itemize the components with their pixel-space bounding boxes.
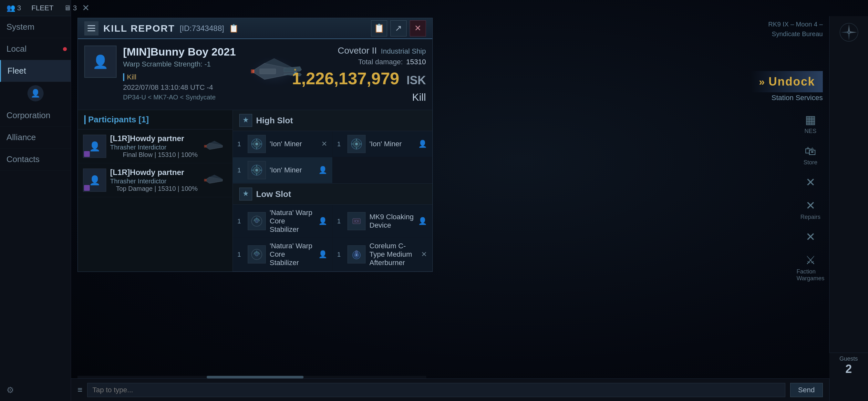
slot-item-low-1[interactable]: 1 'Natura' Warp Core Stabilizer 👤 — [233, 205, 333, 238]
slot-item-high-1[interactable]: 1 'Ion' Miner — [233, 131, 333, 157]
faction-icon: ⚔ — [805, 253, 816, 267]
slot-name-low-1: 'Natura' Warp Core Stabilizer — [270, 209, 314, 234]
high-slot-title: High Slot — [256, 116, 293, 126]
participants-list: Participants [1] 👤 [L1R]Howdy partner Th… — [78, 110, 233, 272]
slot-qty-high-1: 1 — [237, 141, 244, 148]
event-type: Kill — [127, 73, 136, 81]
participant-name-2: [L1R]Howdy partner — [110, 168, 197, 177]
hamburger-menu[interactable] — [84, 21, 98, 35]
report-clipboard-btn[interactable]: 📋 — [371, 20, 387, 36]
chat-menu-icon[interactable]: ≡ — [78, 385, 82, 395]
monitor-count: 3 — [73, 4, 77, 12]
slot-person-icon[interactable]: 👤 — [417, 139, 428, 149]
slot-item-low-2[interactable]: 1 MK9 Cloaking Device 👤 — [333, 205, 432, 238]
slot-name-low-4: Corelum C-Type Medium Afterburner — [369, 242, 416, 267]
sidebar-tab-monitor[interactable]: 🖥 3 — [61, 3, 80, 13]
slot-item-high-3[interactable]: 1 'Ion' Miner — [233, 157, 333, 183]
chat-send-button[interactable]: Send — [790, 383, 823, 397]
sidebar-tab-people[interactable]: 👥 3 — [4, 3, 24, 13]
sidebar-item-local[interactable]: Local — [0, 38, 71, 60]
right-panel-nes[interactable]: ▦ NES — [797, 113, 825, 135]
right-panel-repairs[interactable]: ✕ Repairs — [797, 199, 825, 220]
slot-remove-icon[interactable]: ✕ — [321, 139, 328, 149]
isk-value: 1,226,137,979 ISK — [292, 69, 426, 88]
sidebar-item-corporation[interactable]: Corporation — [0, 104, 71, 127]
slot-item-high-empty — [333, 157, 432, 183]
slot-img-high-2 — [347, 135, 366, 153]
report-close-btn[interactable]: ✕ — [410, 20, 426, 36]
participants-header: Participants [1] — [78, 110, 232, 129]
slot-item-low-3[interactable]: 1 'Natura' Warp Core Stabilizer 👤 — [233, 238, 333, 271]
svg-point-43 — [848, 31, 850, 34]
participant-badge-2 — [84, 185, 90, 191]
slot-person-icon-2[interactable]: 👤 — [318, 165, 328, 175]
close-icon-2: ✕ — [806, 230, 815, 244]
repairs-icon: ✕ — [806, 199, 815, 212]
slot-item-high-2[interactable]: 1 'Ion' Miner — [333, 131, 432, 157]
slot-qty-low-3: 1 — [237, 251, 244, 258]
right-panel-close1[interactable]: ✕ — [797, 176, 825, 189]
svg-point-17 — [355, 143, 358, 145]
faction-label: Faction Wargames — [797, 268, 825, 282]
participant-item-1[interactable]: 👤 [L1R]Howdy partner Thrasher Interdicto… — [78, 129, 232, 163]
location-info: RK9 IX – Moon 4 – Syndicate Bureau — [768, 19, 823, 39]
sidebar-item-alliance[interactable]: Alliance — [0, 127, 71, 149]
slot-actions-high-2: 👤 — [417, 139, 428, 149]
slot-name-low-2: MK9 Cloaking Device — [369, 213, 414, 229]
repairs-label: Repairs — [801, 214, 820, 220]
participant-ship-img-2 — [202, 172, 227, 188]
slot-remove-icon-low[interactable]: ✕ — [421, 250, 428, 259]
slot-item-low-4[interactable]: 1 Corelum C-Type Medium Afterburner ✕ — [333, 238, 432, 271]
sidebar-item-fleet[interactable]: Fleet — [0, 60, 71, 82]
right-panel-store[interactable]: 🛍 Store — [797, 144, 825, 166]
kill-report-id: [ID:7343488] — [180, 24, 224, 33]
victim-location: DP34-U < MK7-AO < Syndycate — [123, 94, 236, 101]
high-slot-items: 1 'Ion' Miner — [233, 131, 432, 183]
right-panel-close2[interactable]: ✕ — [797, 230, 825, 244]
undock-button[interactable]: » Undock — [751, 71, 823, 92]
sidebar-label-contacts: Contacts — [6, 154, 40, 164]
slot-person-icon-low-2[interactable]: 👤 — [417, 216, 428, 226]
report-export-btn[interactable]: ↗ — [391, 20, 407, 36]
participant-info-2: [L1R]Howdy partner Thrasher Interdictor … — [110, 168, 197, 192]
monitor-icon: 🖥 — [64, 4, 71, 12]
sidebar-tab-fleet[interactable]: FLEET — [29, 3, 56, 13]
participant-avatar-1: 👤 — [83, 135, 106, 158]
svg-point-36 — [255, 253, 258, 256]
kill-report-title: KILL REPORT — [103, 23, 175, 34]
location-line2: Syndicate Bureau — [768, 29, 823, 39]
scroll-thumb[interactable] — [207, 376, 304, 378]
ship-name: Covetor II Industrial Ship — [292, 45, 426, 56]
event-bar — [123, 73, 124, 81]
participant-ship-1: Thrasher Interdictor — [110, 144, 197, 151]
topbar-close[interactable]: ✕ — [82, 3, 89, 13]
chat-bar: ≡ Send — [71, 378, 829, 401]
slot-name-high-2: 'Ion' Miner — [369, 140, 414, 148]
station-services-label: Station Services — [771, 94, 823, 102]
svg-rect-5 — [252, 70, 254, 73]
sidebar-item-system[interactable]: System — [0, 16, 71, 38]
sidebar-item-contacts[interactable]: Contacts — [0, 149, 71, 171]
sidebar: 👥 3 FLEET 🖥 3 ✕ System Local Fleet 👤 Cor… — [0, 0, 71, 401]
participant-item-2[interactable]: 👤 [L1R]Howdy partner Thrasher Interdicto… — [78, 163, 232, 197]
guests-count: 2 — [832, 362, 865, 376]
copy-icon[interactable]: 📋 — [229, 24, 239, 33]
slot-person-icon-low-3[interactable]: 👤 — [318, 250, 328, 259]
slot-img-low-4 — [347, 245, 366, 264]
chat-input[interactable] — [87, 383, 785, 397]
right-panel-faction[interactable]: ⚔ Faction Wargames — [797, 253, 825, 282]
kill-report-header: KILL REPORT [ID:7343488] 📋 📋 ↗ ✕ — [78, 18, 432, 39]
sidebar-settings[interactable]: ⚙ — [0, 379, 71, 401]
svg-rect-1 — [259, 69, 276, 74]
station-services[interactable]: Station Services — [771, 94, 823, 102]
low-slot-header: Low Slot — [233, 184, 432, 205]
slots-panel: High Slot 1 — [233, 110, 432, 272]
header-actions: 📋 ↗ ✕ — [371, 20, 426, 36]
svg-rect-6 — [204, 145, 207, 148]
svg-point-30 — [255, 220, 258, 223]
slot-actions-low-2: 👤 — [417, 216, 428, 226]
slot-person-icon-low-1[interactable]: 👤 — [318, 216, 328, 226]
high-slot-header: High Slot — [233, 110, 432, 131]
slot-img-low-1 — [248, 212, 266, 230]
right-panel-items: ▦ NES 🛍 Store ✕ ✕ Repairs ✕ ⚔ Faction Wa… — [797, 113, 825, 282]
